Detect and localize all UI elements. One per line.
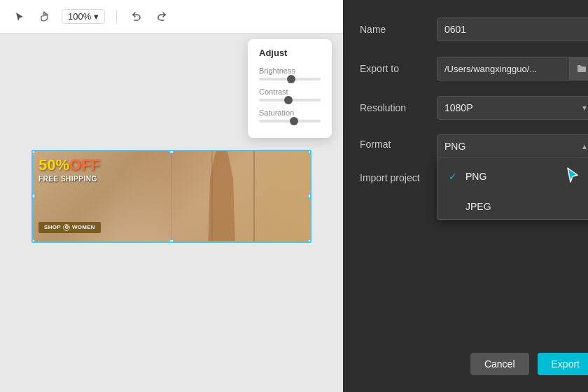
- handle-top-left[interactable]: [31, 150, 35, 153]
- right-panel: Name Export to Resolution 1080P 720P 4K …: [343, 0, 588, 392]
- format-select-box[interactable]: PNG ▴: [437, 134, 588, 158]
- rack-line-3: [171, 151, 172, 241]
- women-text: WOMEN: [72, 224, 95, 230]
- export-button[interactable]: Export: [538, 353, 588, 375]
- contrast-label: Contrast: [259, 88, 321, 96]
- jpeg-check-placeholder: ✓: [449, 201, 460, 212]
- banner-text-area: 50%OFF FREE SHIPPING SHOP ⚙ WOMEN: [38, 157, 136, 236]
- name-row: Name: [360, 17, 588, 42]
- resolution-row: Resolution 1080P 720P 4K ▾: [360, 95, 588, 120]
- handle-bottom-right[interactable]: [308, 239, 312, 243]
- format-chevron-icon: ▴: [582, 141, 587, 151]
- adjust-panel: Adjust Brightness Contrast Saturation: [248, 39, 332, 138]
- contrast-group: Contrast: [259, 88, 321, 102]
- shop-button[interactable]: SHOP ⚙ WOMEN: [38, 222, 101, 233]
- handle-mid-right[interactable]: [308, 194, 312, 198]
- format-option-jpeg[interactable]: ✓ JPEG: [438, 194, 588, 219]
- redo-icon[interactable]: [153, 8, 170, 25]
- format-option-png[interactable]: ✓ PNG: [438, 158, 588, 194]
- toolbar: 100% ▾: [0, 0, 343, 34]
- svg-marker-0: [568, 168, 578, 182]
- format-row: Format PNG ▴ ✓ PNG ✓: [360, 134, 588, 158]
- rack-line-1: [253, 151, 255, 241]
- contrast-thumb[interactable]: [284, 96, 293, 104]
- folder-icon: [576, 63, 587, 74]
- cursor-tool-icon[interactable]: [11, 8, 28, 25]
- zoom-label: 100%: [68, 11, 91, 22]
- shop-icon: ⚙: [63, 224, 70, 231]
- check-icon: ✓: [449, 171, 460, 182]
- format-label: Format: [360, 134, 437, 150]
- zoom-chevron-icon: ▾: [94, 11, 99, 22]
- format-select-wrapper: PNG ▴ ✓ PNG ✓ JPEG: [437, 134, 588, 158]
- contrast-track: [259, 99, 321, 102]
- handle-top-right[interactable]: [308, 150, 312, 153]
- saturation-group: Saturation: [259, 108, 321, 122]
- brightness-label: Brightness: [259, 66, 321, 75]
- free-shipping-text: FREE SHIPPING: [38, 175, 136, 183]
- banner-container: 50%OFF FREE SHIPPING SHOP ⚙ WOMEN: [31, 150, 312, 243]
- hand-tool-icon[interactable]: [36, 8, 53, 25]
- saturation-thumb[interactable]: [290, 117, 298, 125]
- handle-mid-left[interactable]: [31, 194, 35, 198]
- cursor-pointer-icon: [562, 165, 582, 187]
- toolbar-divider: [116, 10, 117, 24]
- resolution-label: Resolution: [360, 102, 437, 113]
- handle-bottom-left[interactable]: [31, 239, 35, 243]
- resolution-select[interactable]: 1080P 720P 4K: [437, 96, 588, 120]
- resolution-select-wrapper: 1080P 720P 4K ▾: [437, 96, 588, 120]
- handle-top-mid[interactable]: [169, 150, 174, 153]
- brightness-track: [259, 78, 321, 80]
- format-jpeg-label: JPEG: [465, 201, 491, 212]
- brightness-thumb[interactable]: [287, 75, 295, 83]
- cursor-svg: [562, 165, 582, 185]
- banner-preview[interactable]: 50%OFF FREE SHIPPING SHOP ⚙ WOMEN: [31, 150, 312, 243]
- zoom-control[interactable]: 100% ▾: [62, 9, 105, 24]
- fifty-off-text: 50%OFF: [38, 157, 136, 174]
- adjust-title: Adjust: [259, 48, 321, 58]
- format-current-value: PNG: [444, 141, 465, 152]
- name-label: Name: [360, 24, 437, 35]
- canvas-area: 100% ▾ Adjust Brightness Contr: [0, 0, 343, 392]
- handle-bottom-mid[interactable]: [169, 239, 174, 243]
- folder-icon-button[interactable]: [569, 57, 588, 80]
- format-png-label: PNG: [465, 171, 486, 182]
- shop-text: SHOP: [44, 224, 61, 230]
- saturation-label: Saturation: [259, 108, 321, 117]
- format-dropdown: ✓ PNG ✓ JPEG: [437, 158, 588, 220]
- export-to-input[interactable]: [438, 59, 569, 78]
- saturation-track: [259, 120, 321, 122]
- name-input[interactable]: [437, 18, 588, 41]
- cancel-button[interactable]: Cancel: [470, 353, 529, 375]
- import-project-label: Import project: [360, 172, 437, 183]
- brightness-group: Brightness: [259, 66, 321, 80]
- bottom-buttons: Cancel Export: [470, 353, 588, 375]
- export-to-row: Export to: [360, 56, 588, 81]
- export-to-label: Export to: [360, 63, 437, 74]
- export-to-field: [437, 57, 588, 80]
- undo-icon[interactable]: [128, 8, 145, 25]
